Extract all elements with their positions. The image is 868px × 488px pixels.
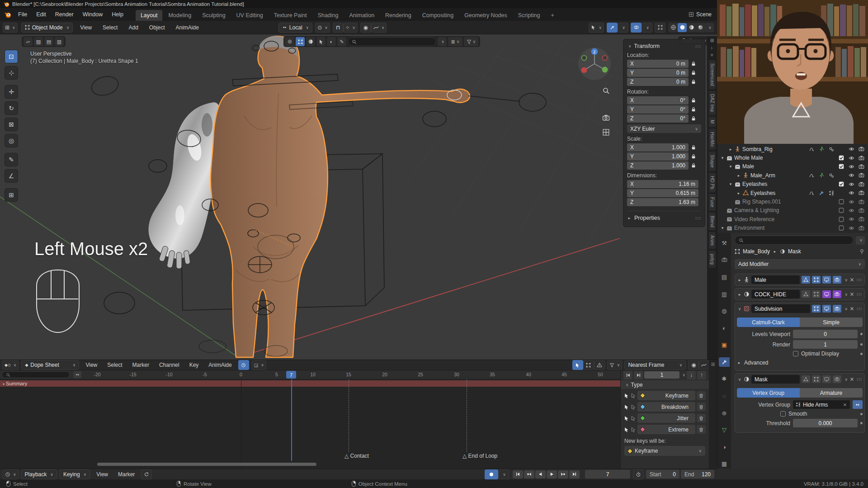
keying-menu[interactable]: Keying∨ bbox=[60, 469, 90, 479]
timeline-menu-marker[interactable]: Marker bbox=[114, 470, 138, 479]
shading-dropdown[interactable]: ∨ bbox=[705, 23, 714, 32]
next-keyframe-button[interactable] bbox=[558, 470, 568, 479]
threshold-field[interactable]: 0.000 bbox=[793, 419, 858, 427]
delete-modifier-icon[interactable] bbox=[849, 306, 854, 311]
tab-physics[interactable]: ◌ bbox=[719, 391, 730, 401]
world-icon[interactable]: ◐ bbox=[327, 37, 336, 46]
optimal-display-checkbox[interactable] bbox=[793, 351, 798, 356]
strip-icons[interactable]: ⊞ bbox=[709, 360, 717, 367]
hide-render-icon[interactable] bbox=[857, 208, 865, 213]
frame-end-field[interactable]: End120 bbox=[681, 470, 714, 479]
clear-icon[interactable] bbox=[843, 403, 847, 407]
sidebar-tab-anim[interactable]: Anim bbox=[709, 232, 716, 249]
frame-start-field[interactable]: Start0 bbox=[646, 470, 679, 479]
tool-fallback-icon[interactable]: ▱ bbox=[24, 37, 33, 46]
outliner-row-camera-lighting[interactable]: ▸ Camera & Lighting bbox=[717, 206, 868, 215]
hide-viewport-icon[interactable] bbox=[847, 199, 855, 205]
snap-toggle[interactable]: ⊓ bbox=[333, 23, 344, 33]
value-dropdown[interactable]: ∨ bbox=[682, 373, 685, 377]
timeline-editor-type-button[interactable]: ∨ bbox=[3, 469, 19, 479]
menu-window[interactable]: Window bbox=[79, 9, 107, 19]
playhead-frame-tag[interactable]: 7 bbox=[286, 371, 296, 379]
lock-icon[interactable] bbox=[691, 79, 696, 85]
deselect-keys-icon[interactable] bbox=[631, 427, 636, 432]
rotation-mode-dropdown[interactable]: XZY Euler∨ bbox=[627, 124, 701, 133]
transform-orientation-dropdown[interactable]: Local∨ bbox=[278, 23, 312, 33]
xray-toggle[interactable] bbox=[655, 23, 665, 33]
deselect-keys-icon[interactable] bbox=[631, 393, 636, 398]
use-preview-range-toggle[interactable] bbox=[633, 469, 644, 479]
sidebar-tab-screencast[interactable]: Screencast bbox=[709, 60, 716, 89]
expand-icon[interactable]: ▸ bbox=[737, 292, 742, 297]
sidebar-tab-shape[interactable]: Shape bbox=[709, 152, 716, 171]
outliner-row-video-reference[interactable]: ▸ Video Reference bbox=[717, 215, 868, 223]
jump-to-end-button[interactable] bbox=[569, 470, 580, 479]
subdiv-simple-button[interactable]: Simple bbox=[800, 317, 863, 327]
expand-icon[interactable]: ▾ bbox=[728, 182, 733, 186]
viewport-toggle[interactable] bbox=[822, 290, 831, 298]
render-toggle[interactable] bbox=[833, 305, 841, 313]
material-sphere-icon[interactable] bbox=[306, 37, 315, 46]
jump-to-start-button[interactable] bbox=[513, 470, 523, 479]
tool-add-cube[interactable]: ⊞ bbox=[5, 188, 18, 202]
tab-object-data[interactable]: ▽ bbox=[719, 425, 730, 435]
proportional-editing-toggle[interactable]: ◉ bbox=[360, 23, 371, 33]
tab-animation[interactable]: Animation bbox=[344, 10, 380, 21]
rotation-x-field[interactable]: X0° bbox=[627, 96, 689, 104]
drag-grip-icon[interactable] bbox=[695, 216, 701, 220]
levels-viewport-field[interactable]: 0 bbox=[793, 330, 858, 338]
tab-render[interactable] bbox=[719, 256, 730, 265]
current-frame-field[interactable]: 7 bbox=[585, 470, 630, 479]
sidebar-tab-m[interactable]: M bbox=[709, 117, 716, 127]
drag-grip-icon[interactable] bbox=[856, 278, 862, 282]
expand-icon[interactable]: ▸ bbox=[728, 147, 733, 152]
edit-mode-toggle[interactable] bbox=[802, 290, 810, 298]
marker-end-of-loop[interactable]: △ End of Loop bbox=[462, 453, 497, 459]
summary-channel-row[interactable]: ▾ Summary bbox=[0, 380, 620, 387]
marker-contact[interactable]: △ Contact bbox=[344, 453, 369, 459]
select-keys-icon[interactable] bbox=[624, 404, 629, 410]
previous-keyframe-button[interactable] bbox=[524, 470, 534, 479]
tool-cursor[interactable]: ⊹ bbox=[5, 66, 18, 80]
tab-texture-paint[interactable]: Texture Paint bbox=[269, 10, 312, 21]
hide-channels-toggle[interactable] bbox=[583, 360, 594, 370]
errors-toggle[interactable] bbox=[594, 360, 605, 370]
delete-keys-button[interactable] bbox=[697, 414, 706, 422]
editor-type-button[interactable]: ⊞∨ bbox=[3, 23, 18, 33]
outliner-row-male-arm[interactable]: ▸ Male_Arm bbox=[717, 171, 868, 180]
lock-icon[interactable] bbox=[691, 145, 696, 150]
collection-checkbox[interactable] bbox=[837, 208, 845, 213]
properties-subpanel[interactable]: ▸Properties bbox=[627, 211, 701, 221]
sidebar-tab-blend[interactable]: Blend bbox=[709, 213, 716, 231]
play-reverse-button[interactable] bbox=[535, 470, 546, 479]
expand-icon[interactable]: ▸ bbox=[736, 173, 741, 178]
tab-sculpting[interactable]: Sculpting bbox=[197, 10, 230, 21]
render-toggle[interactable] bbox=[833, 290, 841, 298]
brush-preview-icon[interactable] bbox=[285, 37, 294, 46]
viewport-zoom-button[interactable] bbox=[602, 87, 610, 95]
filter-dropdown[interactable]: ∨ bbox=[464, 37, 478, 46]
animate-dot[interactable] bbox=[860, 343, 863, 346]
collection-checkbox[interactable] bbox=[837, 181, 845, 187]
drag-grip-icon[interactable] bbox=[695, 44, 701, 48]
outliner-row-rig-shapes[interactable]: ▸ Rig Shapes.001 bbox=[717, 197, 868, 206]
select-keys-icon[interactable] bbox=[624, 416, 629, 421]
drag-grip-icon[interactable] bbox=[856, 378, 862, 381]
gizmos-dropdown[interactable]: ∨ bbox=[618, 23, 628, 33]
deselect-keys-icon[interactable] bbox=[631, 404, 636, 410]
viewport-display-toggle[interactable] bbox=[296, 37, 305, 46]
pull-up-button[interactable]: ↑ bbox=[697, 371, 706, 379]
dope-sheet-channels[interactable]: ▾ Summary △ Contact △ End of Loop bbox=[0, 379, 620, 469]
dope-menu-animaide[interactable]: AnimAide bbox=[205, 360, 235, 370]
tool-measure[interactable]: ∠ bbox=[5, 169, 18, 183]
dope-menu-select[interactable]: Select bbox=[104, 360, 126, 370]
tab-modeling[interactable]: Modeling bbox=[163, 10, 196, 21]
only-selected-toggle[interactable] bbox=[572, 360, 583, 370]
tool-stroke-icon[interactable]: ▤ bbox=[44, 37, 53, 46]
tool-brush-icon[interactable]: ▨ bbox=[34, 37, 43, 46]
animate-dot[interactable] bbox=[860, 422, 863, 424]
delete-keys-button[interactable] bbox=[697, 391, 706, 400]
playhead-line[interactable] bbox=[291, 379, 292, 461]
lock-icon[interactable] bbox=[691, 154, 696, 159]
cage-toggle[interactable] bbox=[812, 276, 821, 284]
